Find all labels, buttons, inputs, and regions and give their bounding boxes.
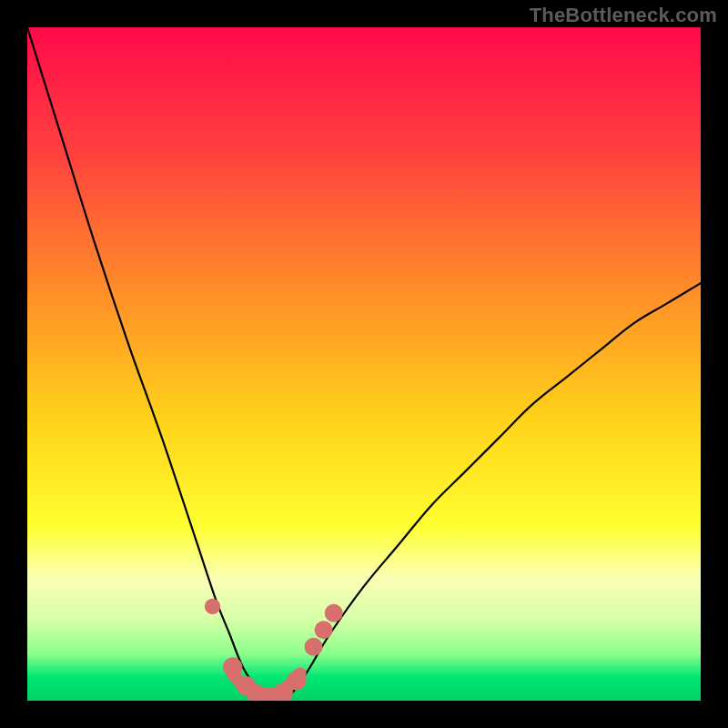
chart-svg [27,27,701,701]
curve-marker [315,621,333,639]
chart-frame: TheBottleneck.com [0,0,728,728]
curve-marker [287,671,306,690]
curve-marker [223,657,242,676]
plot-area [27,27,701,701]
gradient-background [27,27,701,701]
curve-marker [305,638,323,656]
curve-marker [205,599,220,614]
watermark-text: TheBottleneck.com [530,4,717,27]
curve-marker [325,604,343,622]
